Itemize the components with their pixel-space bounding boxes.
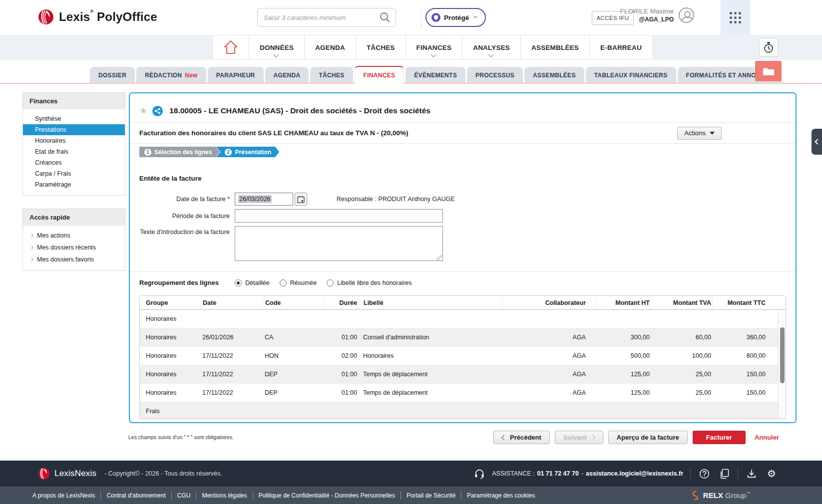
- sidebar-item-prestations[interactable]: Prestations: [23, 124, 125, 135]
- invoice-preview-button[interactable]: Aperçu de la facture: [608, 431, 688, 444]
- calendar-icon: [297, 196, 305, 203]
- tab-label: RÉDACTION: [145, 72, 182, 79]
- legal-link-politique-de-confidentialite-donnees-personnelles[interactable]: Politique de Confidentialité - Données P…: [259, 492, 396, 499]
- nav-item-label: FINANCES: [416, 44, 452, 51]
- periode-input[interactable]: [235, 209, 443, 223]
- sidebar-item-parametrage[interactable]: Paramétrage: [23, 179, 125, 190]
- finances-card: Finances SynthèsePrestationsHonorairesEt…: [22, 92, 125, 196]
- footer-divider: [738, 468, 738, 479]
- legal-link-mentions-legales[interactable]: Mentions légales: [202, 492, 247, 499]
- tab-parapheur[interactable]: PARAPHEUR: [208, 67, 264, 84]
- table-group-row: Honoraires: [140, 310, 786, 328]
- tab-finances[interactable]: FINANCES: [355, 66, 405, 84]
- intro-textarea[interactable]: [235, 226, 443, 261]
- tab-label: ASSEMBLÉES: [533, 72, 576, 79]
- share-icon[interactable]: [152, 106, 163, 116]
- legal-link-contrat-d-abonnement[interactable]: Contrat d'abonnement: [106, 492, 165, 499]
- nav-item-finances[interactable]: FINANCES: [406, 35, 463, 60]
- next-button[interactable]: Suivant: [555, 431, 603, 444]
- nav-item-assemblees[interactable]: ASSEMBLÉES: [521, 35, 590, 60]
- apps-grid-button[interactable]: [721, 0, 750, 35]
- documents-button[interactable]: [718, 467, 731, 480]
- settings-button[interactable]: ⚙: [765, 467, 778, 480]
- global-search: [257, 8, 396, 27]
- favorite-star-icon[interactable]: ★: [139, 106, 147, 115]
- tab-taches[interactable]: TÂCHES: [310, 67, 353, 84]
- nav-home[interactable]: [212, 35, 249, 60]
- table-row: Honoraires26/01/2026CA01:00Conseil d'adm…: [140, 328, 786, 347]
- nav-item-e-barreau[interactable]: E-BARREAU: [590, 35, 653, 60]
- tab-evenements[interactable]: ÉVÈNEMENTS: [406, 67, 465, 84]
- footer-copyright: - Copyright© - 2026 - Tous droits réserv…: [104, 470, 222, 477]
- assistance-contact[interactable]: ASSISTANCE : 01 71 72 47 70 - assistance…: [492, 470, 683, 477]
- quick-link-label: Mes dossiers favoris: [37, 256, 94, 263]
- grouping-label: Regroupement des lignes: [139, 279, 230, 286]
- tab-dossier[interactable]: DOSSIER: [90, 67, 135, 84]
- nav-item-agenda[interactable]: AGENDA: [305, 35, 356, 60]
- avatar[interactable]: [679, 7, 694, 23]
- lexis-logo-icon: [37, 8, 54, 25]
- assistance-phone: 01 71 72 47 70: [537, 470, 578, 477]
- table-scrollbar[interactable]: [778, 310, 786, 419]
- sidebar-item-honoraires[interactable]: Honoraires: [23, 135, 125, 146]
- radio-resumee[interactable]: Résumée: [280, 279, 317, 286]
- column-header-code: Code: [264, 296, 324, 309]
- column-header-libelle: Libellé: [357, 296, 502, 309]
- user-menu[interactable]: FLORILE Maxime @AGA_LPO: [620, 7, 694, 23]
- search-input[interactable]: [258, 8, 375, 26]
- facturer-button[interactable]: Facturer: [693, 431, 746, 444]
- finances-card-title: Finances: [23, 93, 125, 109]
- calendar-button[interactable]: [295, 193, 307, 206]
- help-button[interactable]: [698, 467, 711, 480]
- nav-item-analyses[interactable]: ANALYSES: [462, 35, 521, 60]
- actions-button[interactable]: Actions: [677, 127, 722, 140]
- legal-link-parametrage-des-cookies[interactable]: Paramétrage des cookies: [467, 492, 535, 499]
- step-presentation[interactable]: 2Présentation: [216, 147, 279, 157]
- folder-shortcut[interactable]: [755, 61, 782, 81]
- download-button[interactable]: [745, 467, 758, 480]
- table-header: GroupeDateCodeDuréeLibelléCollaborateurM…: [140, 296, 786, 310]
- bottom-actions-row: Les champs suivis d'un " * " sont obliga…: [0, 425, 822, 461]
- quick-link-mes-actions[interactable]: Mes actions: [23, 230, 125, 242]
- app-logo[interactable]: Lexis® PolyOffice: [37, 8, 157, 25]
- tab-tableaux-financiers[interactable]: TABLEAUX FINANCIERS: [586, 67, 676, 84]
- quick-link-mes-dossiers-favoris[interactable]: Mes dossiers favoris: [23, 253, 125, 265]
- quick-link-mes-dossiers-recents[interactable]: Mes dossiers récents: [23, 242, 125, 253]
- table-cell: 25,00: [650, 371, 712, 378]
- legal-link-a-propos-de-lexisnexis[interactable]: A propos de LexisNexis: [32, 492, 95, 499]
- table-cell: Honoraires: [140, 352, 201, 359]
- step-selection-des-lignes[interactable]: 1Sélection des lignes: [139, 147, 220, 157]
- table-cell: Honoraires: [140, 334, 201, 341]
- chevron-right-icon: [29, 246, 33, 250]
- nav-item-taches[interactable]: TÂCHES: [356, 35, 406, 60]
- table-cell: 60,00: [650, 334, 712, 341]
- legal-link-portail-de-securite[interactable]: Portail de Sécurité: [407, 492, 455, 499]
- sidebar-item-carpa-frais[interactable]: Carpa / Frais: [23, 168, 125, 179]
- tab-processus[interactable]: PROCESSUS: [467, 67, 523, 84]
- link-divider: [196, 492, 196, 500]
- quick-access-title: Accès rapide: [23, 209, 125, 226]
- scrollbar-thumb[interactable]: [780, 327, 785, 383]
- tab-agenda[interactable]: AGENDA: [265, 67, 309, 84]
- tab-redaction[interactable]: RÉDACTIONNew: [136, 67, 206, 84]
- assistance-email[interactable]: assistance.logiciel@lexisnexis.fr: [586, 470, 683, 477]
- search-icon[interactable]: [375, 8, 396, 26]
- tab-assemblees[interactable]: ASSEMBLÉES: [524, 67, 584, 84]
- radio-libelle-libre-des-honoraires[interactable]: Libellé libre des honoraires: [327, 279, 411, 286]
- previous-button[interactable]: Précédent: [493, 431, 550, 444]
- nav-item-donnees[interactable]: DONNÉES: [249, 35, 305, 60]
- invoice-date-input[interactable]: 26/03/2026: [235, 193, 293, 206]
- collapse-panel-tab[interactable]: [812, 129, 822, 155]
- radio-circle: [280, 279, 287, 286]
- protege-badge[interactable]: Protégé ™: [425, 8, 486, 27]
- timer-button[interactable]: [759, 38, 778, 57]
- sidebar-item-creances[interactable]: Créances: [23, 157, 125, 168]
- sidebar-item-etat-de-frais[interactable]: Etat de frais: [23, 146, 125, 157]
- legal-link-cgu[interactable]: CGU: [177, 492, 191, 499]
- table-cell: 125,00: [596, 389, 650, 396]
- radio-detaillee[interactable]: Détaillée: [235, 279, 270, 286]
- cancel-link[interactable]: Annuler: [755, 434, 779, 441]
- sidebar-item-synthese[interactable]: Synthèse: [23, 113, 125, 124]
- section-title: Entête de la facture: [139, 175, 786, 182]
- quick-link-label: Mes dossiers récents: [37, 244, 96, 251]
